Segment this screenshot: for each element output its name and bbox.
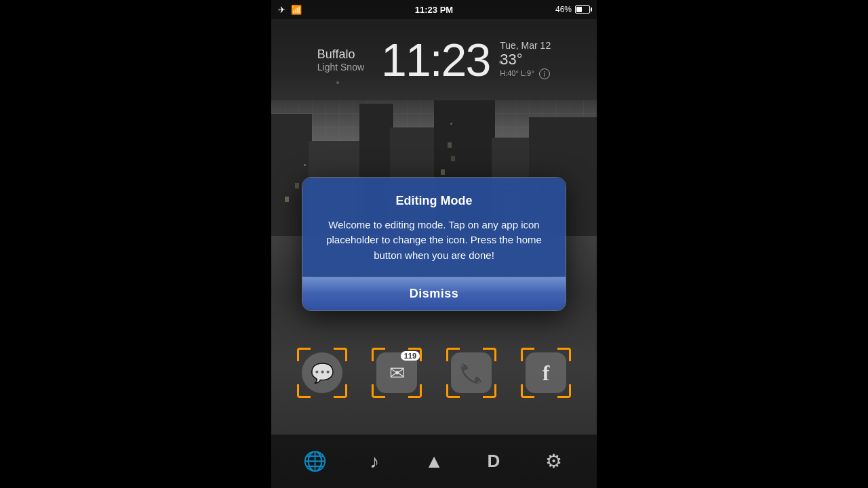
- dialog-body: Editing Mode Welcome to editing mode. Ta…: [302, 178, 566, 277]
- left-panel: [0, 0, 271, 488]
- dialog-title: Editing Mode: [321, 194, 547, 208]
- dismiss-button[interactable]: Dismiss: [302, 277, 566, 310]
- dialog-message: Welcome to editing mode. Tap on any app …: [321, 218, 547, 264]
- dialog-button-area: Dismiss: [302, 277, 566, 310]
- right-panel: [597, 0, 868, 488]
- dialog-overlay: Editing Mode Welcome to editing mode. Ta…: [271, 0, 597, 488]
- editing-mode-dialog: Editing Mode Welcome to editing mode. Ta…: [302, 177, 566, 312]
